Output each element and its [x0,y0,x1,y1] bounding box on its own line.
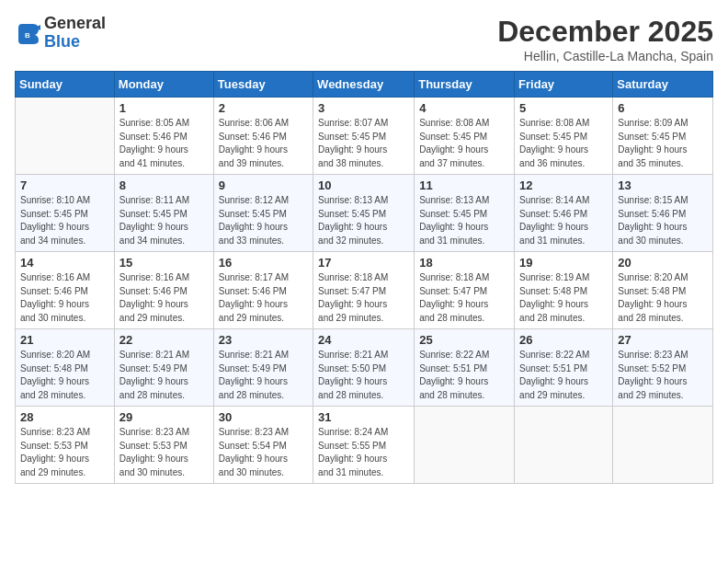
day-info: Sunrise: 8:13 AM Sunset: 5:45 PM Dayligh… [318,194,409,247]
day-info: Sunrise: 8:21 AM Sunset: 5:49 PM Dayligh… [119,349,209,402]
calendar-cell: 30Sunrise: 8:23 AM Sunset: 5:54 PM Dayli… [213,407,313,484]
day-number: 20 [618,256,708,270]
logo-text: General Blue [44,15,106,52]
logo-icon: B [15,20,40,46]
day-info: Sunrise: 8:09 AM Sunset: 5:45 PM Dayligh… [618,117,708,170]
calendar-cell: 9Sunrise: 8:12 AM Sunset: 5:45 PM Daylig… [213,175,313,252]
day-info: Sunrise: 8:14 AM Sunset: 5:46 PM Dayligh… [519,194,608,247]
day-info: Sunrise: 8:20 AM Sunset: 5:48 PM Dayligh… [20,349,109,402]
day-number: 23 [219,333,308,347]
column-header-friday: Friday [515,72,613,98]
calendar-week-row: 1Sunrise: 8:05 AM Sunset: 5:46 PM Daylig… [16,98,713,175]
day-number: 12 [519,178,608,192]
day-info: Sunrise: 8:21 AM Sunset: 5:50 PM Dayligh… [318,349,409,402]
calendar-cell [16,98,115,175]
day-number: 8 [119,178,209,192]
day-number: 24 [318,333,409,347]
day-info: Sunrise: 8:23 AM Sunset: 5:53 PM Dayligh… [119,426,209,479]
day-number: 18 [419,256,509,270]
calendar-cell: 11Sunrise: 8:13 AM Sunset: 5:45 PM Dayli… [415,175,515,252]
day-number: 13 [618,178,708,192]
column-header-sunday: Sunday [16,72,115,98]
day-number: 31 [318,410,409,424]
day-info: Sunrise: 8:19 AM Sunset: 5:48 PM Dayligh… [519,271,608,325]
day-number: 30 [219,410,308,424]
day-number: 11 [419,178,509,192]
calendar-cell: 4Sunrise: 8:08 AM Sunset: 5:45 PM Daylig… [415,98,515,175]
column-header-thursday: Thursday [415,72,515,98]
calendar-cell: 31Sunrise: 8:24 AM Sunset: 5:55 PM Dayli… [313,407,415,484]
day-info: Sunrise: 8:18 AM Sunset: 5:47 PM Dayligh… [419,271,509,325]
logo: B General Blue [15,15,106,52]
day-info: Sunrise: 8:24 AM Sunset: 5:55 PM Dayligh… [318,426,409,479]
calendar-cell: 12Sunrise: 8:14 AM Sunset: 5:46 PM Dayli… [515,175,613,252]
day-number: 17 [318,256,409,270]
calendar-week-row: 7Sunrise: 8:10 AM Sunset: 5:45 PM Daylig… [16,175,713,252]
day-info: Sunrise: 8:06 AM Sunset: 5:46 PM Dayligh… [219,117,308,170]
calendar-cell: 13Sunrise: 8:15 AM Sunset: 5:46 PM Dayli… [613,175,713,252]
page-header: B General Blue December 2025 Hellin, Cas… [15,15,713,63]
day-number: 9 [219,178,308,192]
calendar-cell: 10Sunrise: 8:13 AM Sunset: 5:45 PM Dayli… [313,175,415,252]
day-info: Sunrise: 8:16 AM Sunset: 5:46 PM Dayligh… [119,271,209,325]
calendar-cell: 2Sunrise: 8:06 AM Sunset: 5:46 PM Daylig… [213,98,313,175]
day-info: Sunrise: 8:21 AM Sunset: 5:49 PM Dayligh… [219,349,308,402]
day-info: Sunrise: 8:10 AM Sunset: 5:45 PM Dayligh… [20,194,109,247]
calendar-cell: 28Sunrise: 8:23 AM Sunset: 5:53 PM Dayli… [16,407,115,484]
calendar-cell: 22Sunrise: 8:21 AM Sunset: 5:49 PM Dayli… [114,329,213,407]
day-info: Sunrise: 8:11 AM Sunset: 5:45 PM Dayligh… [119,194,209,247]
day-info: Sunrise: 8:15 AM Sunset: 5:46 PM Dayligh… [618,194,708,247]
calendar-cell: 19Sunrise: 8:19 AM Sunset: 5:48 PM Dayli… [515,252,613,329]
day-number: 19 [519,256,608,270]
day-number: 2 [219,101,308,115]
column-header-tuesday: Tuesday [213,72,313,98]
day-number: 27 [618,333,708,347]
day-info: Sunrise: 8:16 AM Sunset: 5:46 PM Dayligh… [20,271,109,325]
column-header-saturday: Saturday [613,72,713,98]
calendar-week-row: 14Sunrise: 8:16 AM Sunset: 5:46 PM Dayli… [16,252,713,329]
day-info: Sunrise: 8:20 AM Sunset: 5:48 PM Dayligh… [618,271,708,325]
day-number: 7 [20,178,109,192]
calendar-cell [415,407,515,484]
day-info: Sunrise: 8:12 AM Sunset: 5:45 PM Dayligh… [219,194,308,247]
location: Hellin, Castille-La Mancha, Spain [497,49,713,63]
calendar-cell: 26Sunrise: 8:22 AM Sunset: 5:51 PM Dayli… [515,329,613,407]
calendar-cell: 29Sunrise: 8:23 AM Sunset: 5:53 PM Dayli… [114,407,213,484]
day-info: Sunrise: 8:17 AM Sunset: 5:46 PM Dayligh… [219,271,308,325]
day-number: 28 [20,410,109,424]
calendar-cell: 23Sunrise: 8:21 AM Sunset: 5:49 PM Dayli… [213,329,313,407]
title-block: December 2025 Hellin, Castille-La Mancha… [497,15,713,63]
day-number: 3 [318,101,409,115]
day-number: 25 [419,333,509,347]
day-number: 26 [519,333,608,347]
column-header-monday: Monday [114,72,213,98]
calendar-cell [613,407,713,484]
calendar-cell: 15Sunrise: 8:16 AM Sunset: 5:46 PM Dayli… [114,252,213,329]
day-info: Sunrise: 8:22 AM Sunset: 5:51 PM Dayligh… [519,349,608,402]
day-number: 5 [519,101,608,115]
calendar-header-row: SundayMondayTuesdayWednesdayThursdayFrid… [16,72,713,98]
calendar-cell: 14Sunrise: 8:16 AM Sunset: 5:46 PM Dayli… [16,252,115,329]
day-info: Sunrise: 8:08 AM Sunset: 5:45 PM Dayligh… [419,117,509,170]
day-info: Sunrise: 8:13 AM Sunset: 5:45 PM Dayligh… [419,194,509,247]
calendar-cell: 5Sunrise: 8:08 AM Sunset: 5:45 PM Daylig… [515,98,613,175]
day-info: Sunrise: 8:23 AM Sunset: 5:52 PM Dayligh… [618,349,708,402]
calendar-week-row: 28Sunrise: 8:23 AM Sunset: 5:53 PM Dayli… [16,407,713,484]
svg-text:B: B [25,31,30,40]
calendar-cell: 1Sunrise: 8:05 AM Sunset: 5:46 PM Daylig… [114,98,213,175]
calendar-cell: 16Sunrise: 8:17 AM Sunset: 5:46 PM Dayli… [213,252,313,329]
calendar-cell: 21Sunrise: 8:20 AM Sunset: 5:48 PM Dayli… [16,329,115,407]
calendar-cell [515,407,613,484]
day-number: 16 [219,256,308,270]
day-info: Sunrise: 8:07 AM Sunset: 5:45 PM Dayligh… [318,117,409,170]
day-info: Sunrise: 8:18 AM Sunset: 5:47 PM Dayligh… [318,271,409,325]
calendar-cell: 25Sunrise: 8:22 AM Sunset: 5:51 PM Dayli… [415,329,515,407]
calendar-table: SundayMondayTuesdayWednesdayThursdayFrid… [15,71,713,484]
calendar-cell: 17Sunrise: 8:18 AM Sunset: 5:47 PM Dayli… [313,252,415,329]
day-info: Sunrise: 8:23 AM Sunset: 5:54 PM Dayligh… [219,426,308,479]
calendar-cell: 27Sunrise: 8:23 AM Sunset: 5:52 PM Dayli… [613,329,713,407]
day-number: 10 [318,178,409,192]
day-number: 22 [119,333,209,347]
day-info: Sunrise: 8:23 AM Sunset: 5:53 PM Dayligh… [20,426,109,479]
day-number: 21 [20,333,109,347]
